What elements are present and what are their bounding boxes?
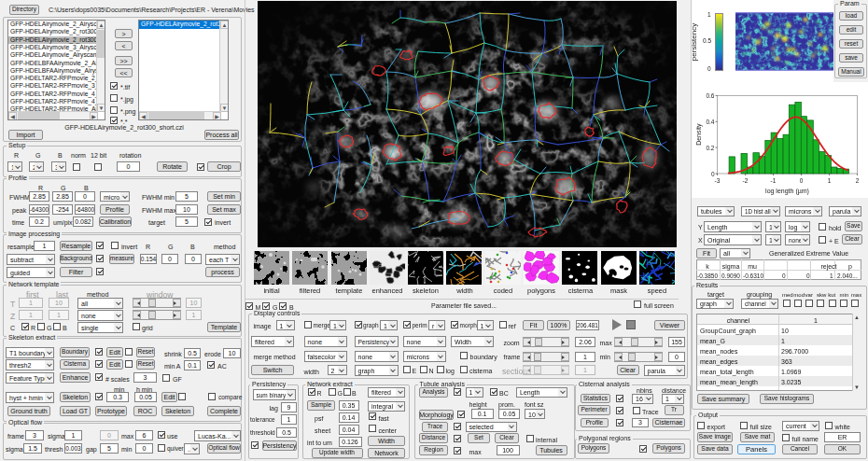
svg-text:1: 1 — [828, 177, 832, 184]
svg-text:0: 0 — [800, 177, 804, 184]
svg-text:Density: Density — [696, 123, 704, 146]
svg-text:0.6: 0.6 — [706, 92, 714, 99]
svg-text:2: 2 — [856, 177, 860, 184]
svg-text:0.4: 0.4 — [706, 119, 714, 125]
svg-text:-3: -3 — [715, 177, 721, 184]
svg-text:0: 0 — [711, 171, 715, 177]
svg-text:-1: -1 — [771, 177, 777, 184]
svg-text:0.2: 0.2 — [706, 145, 714, 151]
svg-text:log length (µm): log length (µm) — [765, 188, 809, 195]
svg-text:-2: -2 — [743, 177, 749, 184]
